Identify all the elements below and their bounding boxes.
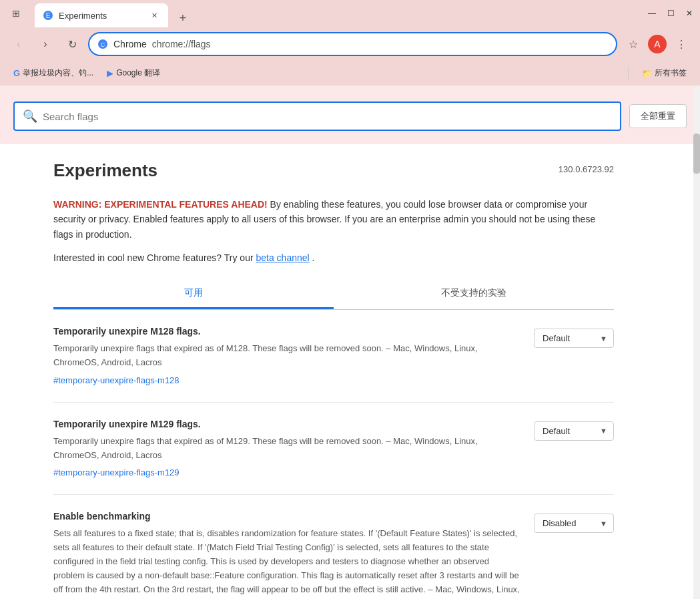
warning-block: WARNING: EXPERIMENTAL FEATURES AHEAD! By…: [53, 197, 614, 242]
flag-control: Default Enabled Disabled ▼: [534, 419, 614, 441]
reload-button[interactable]: ↻: [61, 33, 83, 55]
flag-select[interactable]: Default Enabled Disabled: [534, 421, 614, 441]
search-area: 🔍 全部重置: [0, 85, 700, 144]
flag-info: Temporarily unexpire M128 flags. Tempora…: [53, 326, 520, 386]
flag-info: Temporarily unexpire M129 flags. Tempora…: [53, 419, 520, 479]
profile-button[interactable]: A: [648, 35, 667, 53]
toolbar: ‹ › ↻ C Chrome chrome://flags ☆ A ⋮: [0, 27, 700, 61]
flag-select-wrap: Default Enabled Disabled ▼: [534, 514, 614, 533]
new-tab-button[interactable]: +: [173, 9, 192, 27]
minimize-button[interactable]: —: [647, 8, 657, 19]
bookmark-google-icon: G: [13, 68, 20, 78]
tab-favicon: E: [43, 10, 53, 21]
svg-text:C: C: [101, 41, 105, 48]
toolbar-right: ☆ A ⋮: [623, 33, 692, 55]
title-bar-left: ⊞: [5, 3, 27, 24]
maximize-button[interactable]: ☐: [665, 8, 676, 19]
flags-list: Temporarily unexpire M128 flags. Tempora…: [53, 310, 614, 599]
page-title: Experiments: [53, 160, 157, 181]
bookmark-item-2[interactable]: ▶ Google 翻译: [101, 65, 165, 81]
flag-link[interactable]: #temporary-unexpire-flags-m128: [53, 375, 180, 385]
url-text: chrome://flags: [152, 39, 211, 49]
tab-available[interactable]: 可用: [53, 279, 334, 309]
bookmarks-folder-label: 所有书签: [655, 67, 687, 79]
more-options-button[interactable]: ⋮: [671, 33, 692, 55]
version-badge: 130.0.6723.92: [559, 164, 614, 174]
info-text: Interested in cool new Chrome features? …: [53, 252, 614, 263]
address-bar[interactable]: C Chrome chrome://flags: [88, 32, 617, 56]
back-button[interactable]: ‹: [8, 33, 29, 55]
warning-label: WARNING: EXPERIMENTAL FEATURES AHEAD!: [53, 199, 268, 210]
title-bar: ⊞ E Experiments ✕ + — ☐ ✕: [0, 0, 700, 27]
bookmark-translate-icon: ▶: [107, 68, 113, 78]
close-button[interactable]: ✕: [684, 8, 695, 19]
flag-info: Enable benchmarking Sets all features to…: [53, 511, 520, 599]
flag-control: Default Enabled Disabled ▼: [534, 326, 614, 348]
scrollbar[interactable]: [693, 87, 700, 599]
info-suffix: .: [312, 252, 315, 263]
tab-bar: E Experiments ✕ +: [32, 0, 641, 27]
flag-select-wrap: Default Enabled Disabled ▼: [534, 329, 614, 348]
scrollbar-thumb[interactable]: [693, 134, 700, 174]
search-input[interactable]: [43, 111, 612, 122]
search-box[interactable]: 🔍: [13, 102, 621, 131]
tab-close-button[interactable]: ✕: [148, 9, 160, 21]
tab-group-button[interactable]: ⊞: [5, 3, 27, 24]
page-content: 🔍 全部重置 Experiments 130.0.6723.92 WARNING…: [0, 85, 700, 599]
search-icon: 🔍: [23, 109, 37, 124]
flag-desc: Temporarily unexpire flags that expired …: [53, 342, 520, 370]
flag-title: Enable benchmarking: [53, 511, 520, 522]
site-favicon: C: [97, 39, 108, 49]
reset-all-button[interactable]: 全部重置: [629, 104, 687, 128]
flag-title: Temporarily unexpire M128 flags.: [53, 326, 520, 337]
forward-button[interactable]: ›: [35, 33, 56, 55]
flag-control: Default Enabled Disabled ▼: [534, 511, 614, 533]
flag-desc: Sets all features to a fixed state; that…: [53, 527, 520, 599]
main-content: Experiments 130.0.6723.92 WARNING: EXPER…: [0, 144, 667, 599]
title-row: Experiments 130.0.6723.92: [53, 160, 614, 186]
flag-select-wrap: Default Enabled Disabled ▼: [534, 421, 614, 441]
site-name: Chrome: [113, 39, 147, 49]
flag-item: Temporarily unexpire M128 flags. Tempora…: [53, 310, 614, 403]
window-controls: — ☐ ✕: [647, 8, 695, 19]
flag-title: Temporarily unexpire M129 flags.: [53, 419, 520, 429]
tab-title: Experiments: [59, 11, 143, 21]
address-text[interactable]: Chrome chrome://flags: [113, 39, 608, 49]
beta-channel-link[interactable]: beta channel: [256, 252, 309, 263]
flag-desc: Temporarily unexpire flags that expired …: [53, 435, 520, 463]
bookmark-1-label: 举报垃圾内容、钓...: [23, 67, 93, 79]
folder-icon: 📁: [642, 69, 652, 78]
flag-link[interactable]: #temporary-unexpire-flags-m129: [53, 467, 180, 477]
info-prefix: Interested in cool new Chrome features? …: [53, 252, 256, 263]
svg-text:E: E: [46, 12, 51, 19]
flag-select[interactable]: Default Enabled Disabled: [534, 514, 614, 533]
flag-item: Enable benchmarking Sets all features to…: [53, 495, 614, 599]
bookmark-2-label: Google 翻译: [116, 67, 160, 79]
bookmarks-bar: G 举报垃圾内容、钓... ▶ Google 翻译 📁 所有书签: [0, 61, 700, 85]
active-tab[interactable]: E Experiments ✕: [35, 3, 168, 27]
tab-unsupported[interactable]: 不受支持的实验: [334, 279, 614, 309]
bookmarks-folder-button[interactable]: 📁 所有书签: [637, 65, 692, 81]
tabs-container: 可用 不受支持的实验: [53, 279, 614, 310]
bookmarks-divider: [628, 67, 629, 80]
bookmark-star-button[interactable]: ☆: [623, 33, 644, 55]
flag-select[interactable]: Default Enabled Disabled: [534, 329, 614, 348]
bookmark-item-1[interactable]: G 举报垃圾内容、钓...: [8, 65, 99, 81]
flag-item: Temporarily unexpire M129 flags. Tempora…: [53, 403, 614, 495]
